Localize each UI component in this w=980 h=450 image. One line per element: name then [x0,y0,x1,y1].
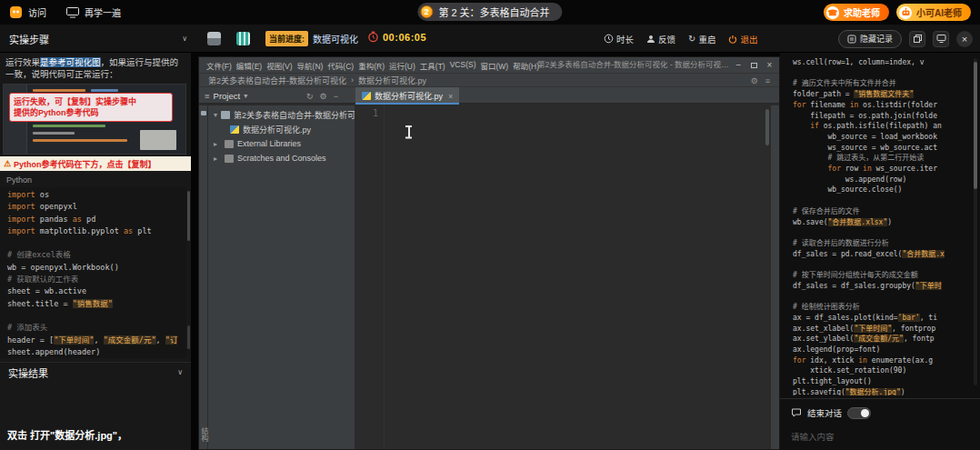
tree-row-root[interactable]: ▾ 第2关多表格自动合并-数据分析可视化 D:\桌面 [208,107,355,122]
view-toggle-b-icon[interactable] [236,32,250,45]
ai-teacher-button[interactable]: 小可AI老师 [896,4,971,21]
gear-icon[interactable]: ⚙ [320,92,327,101]
code-line: filepath = os.path.join(folde [793,111,971,122]
refresh-icon[interactable]: ↻ [306,92,314,101]
editor-scrollbar[interactable] [765,109,769,145]
code-line [793,291,971,302]
code-line: if os.path.isfile(filepath) an [793,121,971,132]
tree-expanded-icon[interactable]: ▾ [214,111,217,119]
code-line [7,237,186,249]
menu-item[interactable]: 工具(T) [420,60,445,71]
view-toggle-a-icon[interactable] [207,32,221,45]
maximize-icon[interactable] [746,57,762,73]
menu-item[interactable]: 视图(V) [266,60,292,71]
hide-record-label: 隐藏记录 [860,33,893,45]
menu-item[interactable]: VCS(S) [450,60,476,71]
level-title: 第 2 关：多表格自动合并 [438,5,549,19]
tab-close-icon[interactable]: × [448,92,453,101]
collapse-icon[interactable]: − [334,92,338,101]
minimize-icon[interactable]: − [731,57,746,73]
thumb-decoration [91,89,118,92]
float-window-button[interactable] [909,31,925,47]
record-box-icon [847,35,856,44]
structure-tool-button[interactable]: 结构 [199,427,209,442]
editor-tab[interactable]: 数据分析可视化.py × [355,87,459,105]
tree-row-file[interactable]: 数据分析可视化.py [208,122,355,136]
code-line: # 获取默认的工作表 [7,274,186,285]
menu-item[interactable]: 窗口(W) [480,60,508,71]
end-dialog-toggle[interactable] [847,407,871,419]
result-section-header[interactable]: 实操结果 ∨ [0,362,191,382]
tree-row-external-libraries[interactable]: ▸ External Libraries [208,136,355,151]
power-icon [728,35,737,44]
steps-panel-header[interactable]: 实操步骤 ∨ [9,25,187,53]
code-line: import pandas as pd [7,214,186,225]
ide-window: 文件(F)编辑(E)视图(V)导航(N)代码(C)重构(R)运行(U)工具(T)… [198,56,780,450]
tree-collapsed-icon[interactable]: ▸ [214,155,221,163]
project-tool-icon[interactable] [201,111,206,115]
breadcrumb-file[interactable]: 数据分析可视化.py [358,75,426,86]
breadcrumb-project[interactable]: 第2关多表格自动合并-数据分析可视化 [208,75,346,86]
menu-item[interactable]: 帮助(H) [513,60,539,71]
menu-item[interactable]: 编辑(E) [236,60,262,71]
code-line: wb_source = load_workbook [793,132,971,143]
chevron-down-icon[interactable]: ∨ [177,368,183,376]
menu-item[interactable]: 文件(F) [206,60,232,71]
instruction-text: 运行效果 [5,57,40,67]
code-line: df_sales = pd.read_excel("合并数据.x [793,249,971,260]
monitor-icon [936,34,946,44]
close-icon[interactable]: × [762,57,777,73]
chevron-down-icon[interactable]: ∨ [182,35,187,43]
progress-indicator: 当前进度: 数据可视化 [265,31,358,46]
duration-button[interactable]: 时长 [604,33,634,45]
code-line: ax.legend(prop=font) [793,345,971,355]
code-line: for idx, xtick in enumerate(ax.g [793,355,971,366]
hide-record-button[interactable]: 隐藏记录 [838,30,902,48]
code-line: xtick.set_rotation(90) [793,365,971,376]
chat-bubble-icon [791,407,802,418]
steps-title: 实操步骤 [9,32,49,46]
gear-icon[interactable]: ⚙ [751,76,758,85]
result-preview-thumbnail[interactable]: 运行失败，可【复制】实操步骤中 提供的Python参考代码 [3,84,186,155]
warning-icon: ⚠ [4,159,11,168]
text-cursor-icon [405,125,413,138]
tree-collapsed-icon[interactable]: ▸ [214,140,221,148]
end-dialog-label: 结束对话 [807,406,842,419]
ai-code-answer[interactable]: ws.cell(row=1, column=index, v # 遍历文件夹中所… [793,57,971,395]
menu-item[interactable]: 重构(R) [358,60,385,71]
code-line: sheet.title = "销售数据" [7,298,186,310]
robot-icon [899,6,912,19]
reference-code-block[interactable]: import osimport openpyxlimport pandas as… [0,187,186,358]
step-instructions: 运行效果是参考可视化图，如果运行与提供的一致，说明代码可正常运行： [0,53,191,80]
code-editor[interactable]: 1 [355,105,770,449]
timer-value: 00:06:05 [383,32,426,43]
feedback-button[interactable]: 反馈 [646,33,675,45]
help-teacher-button[interactable]: ☎ 求助老师 [824,4,889,21]
code-line [793,227,971,238]
thumb-decoration [33,89,85,92]
code-language-label: Python [6,175,32,185]
code-line: # 保存合并后的文件 [793,206,971,217]
code-scrollbar[interactable] [187,191,190,241]
chat-input[interactable] [791,428,965,445]
menu-item[interactable]: 导航(N) [297,60,324,71]
visit-link[interactable]: 访问 [28,5,46,19]
exit-button[interactable]: 退出 [728,33,757,45]
feedback-label: 反馈 [658,33,675,45]
project-pane-actions: ↻ ⚙ − [306,87,338,105]
duration-label: 时长 [616,33,634,45]
chat-scrollbar[interactable] [974,62,977,189]
restart-button[interactable]: ↻ 重启 [688,33,715,45]
project-pane-header[interactable]: ≡ Project ▾ [205,87,247,105]
expand-window-button[interactable] [933,31,949,47]
code-line: plt.tight_layout() [793,376,971,387]
tree-row-scratches[interactable]: ▸ Scratches and Consoles [208,151,355,165]
menu-item[interactable]: 代码(C) [327,60,354,71]
menu-item[interactable]: 运行(U) [389,60,415,71]
panel-scrollbar[interactable] [187,325,190,349]
python-file-icon [230,125,239,134]
menu-icon[interactable]: ≡ [765,76,770,85]
relearn-link[interactable]: 再学一遍 [85,5,121,19]
thumb-annotation-line1: 运行失败，可【复制】实操步骤中 [14,96,168,107]
close-button[interactable]: × [956,31,973,47]
